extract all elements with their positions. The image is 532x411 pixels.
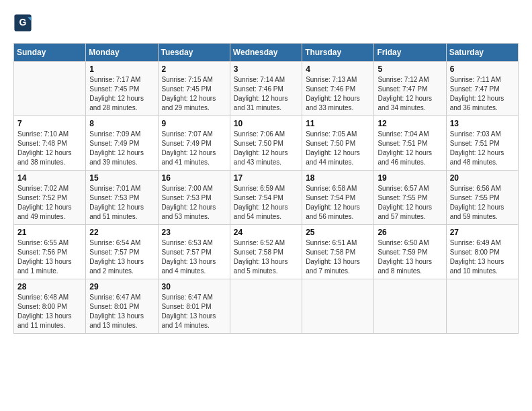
calendar-cell: 22Sunrise: 6:54 AM Sunset: 7:57 PM Dayli… — [86, 225, 158, 279]
calendar-cell: 1Sunrise: 7:17 AM Sunset: 7:45 PM Daylig… — [86, 62, 158, 116]
day-number: 8 — [89, 119, 154, 128]
day-number: 26 — [378, 228, 442, 237]
weekday-header: Tuesday — [158, 44, 230, 62]
calendar-cell: 16Sunrise: 7:00 AM Sunset: 7:53 PM Dayli… — [158, 171, 230, 225]
calendar-week-row: 21Sunrise: 6:55 AM Sunset: 7:56 PM Dayli… — [14, 225, 519, 279]
calendar-cell: 17Sunrise: 6:59 AM Sunset: 7:54 PM Dayli… — [230, 171, 302, 225]
weekday-header: Sunday — [14, 44, 86, 62]
calendar-cell: 18Sunrise: 6:58 AM Sunset: 7:54 PM Dayli… — [302, 171, 374, 225]
calendar-cell — [374, 279, 446, 334]
day-number: 27 — [450, 228, 515, 237]
calendar-cell: 3Sunrise: 7:14 AM Sunset: 7:46 PM Daylig… — [230, 62, 302, 116]
day-info: Sunrise: 6:57 AM Sunset: 7:55 PM Dayligh… — [378, 184, 442, 222]
day-info: Sunrise: 6:59 AM Sunset: 7:54 PM Dayligh… — [234, 184, 298, 222]
calendar-cell: 28Sunrise: 6:48 AM Sunset: 8:00 PM Dayli… — [14, 279, 86, 334]
day-number: 18 — [306, 173, 370, 183]
calendar-cell — [302, 279, 374, 334]
calendar-cell: 6Sunrise: 7:11 AM Sunset: 7:47 PM Daylig… — [446, 62, 518, 116]
day-info: Sunrise: 7:00 AM Sunset: 7:53 PM Dayligh… — [162, 184, 226, 222]
calendar-cell: 14Sunrise: 7:02 AM Sunset: 7:52 PM Dayli… — [14, 171, 86, 225]
calendar-cell: 9Sunrise: 7:07 AM Sunset: 7:49 PM Daylig… — [158, 116, 230, 171]
calendar-week-row: 1Sunrise: 7:17 AM Sunset: 7:45 PM Daylig… — [14, 62, 519, 116]
day-number: 7 — [17, 119, 82, 128]
day-number: 19 — [378, 173, 442, 183]
svg-text:G: G — [19, 17, 27, 28]
day-number: 20 — [450, 173, 515, 183]
day-info: Sunrise: 7:01 AM Sunset: 7:53 PM Dayligh… — [89, 184, 154, 222]
day-info: Sunrise: 6:50 AM Sunset: 7:59 PM Dayligh… — [378, 238, 442, 276]
calendar-cell: 23Sunrise: 6:53 AM Sunset: 7:57 PM Dayli… — [158, 225, 230, 279]
day-info: Sunrise: 6:56 AM Sunset: 7:55 PM Dayligh… — [450, 184, 515, 222]
calendar-cell: 13Sunrise: 7:03 AM Sunset: 7:51 PM Dayli… — [446, 116, 518, 171]
day-number: 10 — [234, 119, 298, 128]
day-info: Sunrise: 7:06 AM Sunset: 7:50 PM Dayligh… — [234, 130, 298, 167]
day-number: 11 — [306, 119, 370, 128]
day-info: Sunrise: 7:03 AM Sunset: 7:51 PM Dayligh… — [450, 130, 515, 167]
day-number: 23 — [162, 228, 226, 237]
logo-icon: G — [13, 13, 32, 32]
calendar-cell: 20Sunrise: 6:56 AM Sunset: 7:55 PM Dayli… — [446, 171, 518, 225]
calendar-week-row: 7Sunrise: 7:10 AM Sunset: 7:48 PM Daylig… — [14, 116, 519, 171]
day-info: Sunrise: 6:53 AM Sunset: 7:57 PM Dayligh… — [162, 238, 226, 276]
calendar-cell: 24Sunrise: 6:52 AM Sunset: 7:58 PM Dayli… — [230, 225, 302, 279]
day-info: Sunrise: 7:14 AM Sunset: 7:46 PM Dayligh… — [234, 75, 298, 113]
day-number: 2 — [162, 64, 226, 74]
day-info: Sunrise: 7:11 AM Sunset: 7:47 PM Dayligh… — [450, 75, 515, 113]
calendar-cell: 8Sunrise: 7:09 AM Sunset: 7:49 PM Daylig… — [86, 116, 158, 171]
day-number: 25 — [306, 228, 370, 237]
day-number: 9 — [162, 119, 226, 128]
calendar-cell: 2Sunrise: 7:15 AM Sunset: 7:45 PM Daylig… — [158, 62, 230, 116]
calendar-cell: 11Sunrise: 7:05 AM Sunset: 7:50 PM Dayli… — [302, 116, 374, 171]
day-info: Sunrise: 7:04 AM Sunset: 7:51 PM Dayligh… — [378, 130, 442, 167]
calendar-cell: 25Sunrise: 6:51 AM Sunset: 7:58 PM Dayli… — [302, 225, 374, 279]
day-number: 14 — [17, 173, 82, 183]
day-info: Sunrise: 7:17 AM Sunset: 7:45 PM Dayligh… — [89, 75, 154, 113]
day-number: 21 — [17, 228, 82, 237]
weekday-header: Friday — [374, 44, 446, 62]
day-info: Sunrise: 7:15 AM Sunset: 7:45 PM Dayligh… — [162, 75, 226, 113]
calendar-cell: 4Sunrise: 7:13 AM Sunset: 7:46 PM Daylig… — [302, 62, 374, 116]
calendar-cell — [230, 279, 302, 334]
day-number: 1 — [89, 64, 154, 74]
day-number: 5 — [378, 64, 442, 74]
day-info: Sunrise: 7:13 AM Sunset: 7:46 PM Dayligh… — [306, 75, 370, 113]
day-info: Sunrise: 6:47 AM Sunset: 8:01 PM Dayligh… — [89, 293, 154, 330]
day-info: Sunrise: 7:12 AM Sunset: 7:47 PM Dayligh… — [378, 75, 442, 113]
day-info: Sunrise: 6:58 AM Sunset: 7:54 PM Dayligh… — [306, 184, 370, 222]
calendar-cell: 29Sunrise: 6:47 AM Sunset: 8:01 PM Dayli… — [86, 279, 158, 334]
calendar-cell: 10Sunrise: 7:06 AM Sunset: 7:50 PM Dayli… — [230, 116, 302, 171]
calendar-cell: 12Sunrise: 7:04 AM Sunset: 7:51 PM Dayli… — [374, 116, 446, 171]
day-number: 15 — [89, 173, 154, 183]
day-info: Sunrise: 6:49 AM Sunset: 8:00 PM Dayligh… — [450, 238, 515, 276]
calendar-cell: 15Sunrise: 7:01 AM Sunset: 7:53 PM Dayli… — [86, 171, 158, 225]
calendar-cell: 5Sunrise: 7:12 AM Sunset: 7:47 PM Daylig… — [374, 62, 446, 116]
day-number: 22 — [89, 228, 154, 237]
calendar-week-row: 14Sunrise: 7:02 AM Sunset: 7:52 PM Dayli… — [14, 171, 519, 225]
day-number: 30 — [162, 282, 226, 291]
calendar-cell: 30Sunrise: 6:47 AM Sunset: 8:01 PM Dayli… — [158, 279, 230, 334]
day-info: Sunrise: 7:05 AM Sunset: 7:50 PM Dayligh… — [306, 130, 370, 167]
day-number: 3 — [234, 64, 298, 74]
day-info: Sunrise: 7:07 AM Sunset: 7:49 PM Dayligh… — [162, 130, 226, 167]
day-info: Sunrise: 6:54 AM Sunset: 7:57 PM Dayligh… — [89, 238, 154, 276]
calendar-cell: 27Sunrise: 6:49 AM Sunset: 8:00 PM Dayli… — [446, 225, 518, 279]
day-info: Sunrise: 6:55 AM Sunset: 7:56 PM Dayligh… — [17, 238, 82, 276]
weekday-header: Thursday — [302, 44, 374, 62]
day-info: Sunrise: 6:51 AM Sunset: 7:58 PM Dayligh… — [306, 238, 370, 276]
logo: G — [13, 13, 35, 32]
day-info: Sunrise: 6:52 AM Sunset: 7:58 PM Dayligh… — [234, 238, 298, 276]
day-number: 24 — [234, 228, 298, 237]
calendar-cell: 19Sunrise: 6:57 AM Sunset: 7:55 PM Dayli… — [374, 171, 446, 225]
day-info: Sunrise: 7:10 AM Sunset: 7:48 PM Dayligh… — [17, 130, 82, 167]
day-info: Sunrise: 6:48 AM Sunset: 8:00 PM Dayligh… — [17, 293, 82, 330]
day-info: Sunrise: 6:47 AM Sunset: 8:01 PM Dayligh… — [162, 293, 226, 330]
weekday-header: Wednesday — [230, 44, 302, 62]
calendar-cell — [14, 62, 86, 116]
calendar-table: SundayMondayTuesdayWednesdayThursdayFrid… — [13, 43, 519, 334]
calendar-cell: 21Sunrise: 6:55 AM Sunset: 7:56 PM Dayli… — [14, 225, 86, 279]
calendar-cell: 26Sunrise: 6:50 AM Sunset: 7:59 PM Dayli… — [374, 225, 446, 279]
day-number: 28 — [17, 282, 82, 291]
calendar-cell: 7Sunrise: 7:10 AM Sunset: 7:48 PM Daylig… — [14, 116, 86, 171]
weekday-header-row: SundayMondayTuesdayWednesdayThursdayFrid… — [14, 44, 519, 62]
calendar-cell — [446, 279, 518, 334]
